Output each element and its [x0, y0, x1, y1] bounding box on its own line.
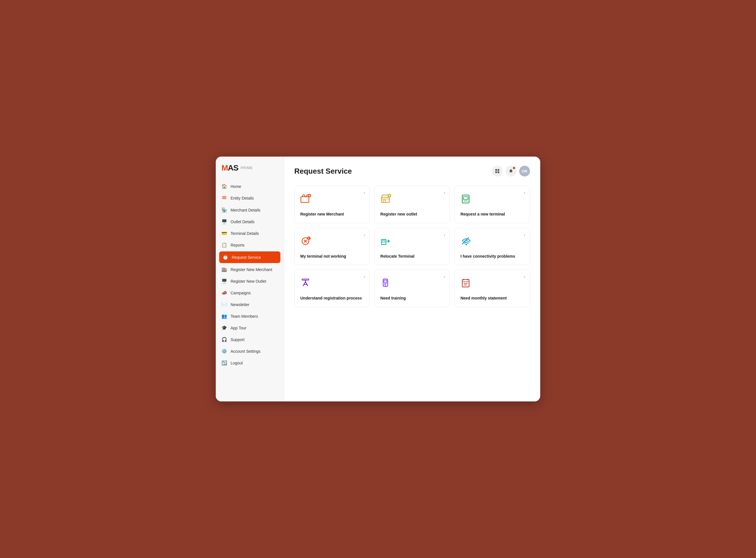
entity-details-icon [221, 195, 227, 201]
sidebar-item-label: Request Service [232, 255, 261, 260]
service-label: Need training [380, 296, 406, 301]
app-container: MAS PRIME 🏠 Home Entity Details 🏪 Mercha… [216, 157, 540, 401]
svg-rect-19 [383, 240, 385, 242]
service-card-register-new-merchant[interactable]: › Register new Merchant [294, 186, 370, 223]
sidebar-nav: 🏠 Home Entity Details 🏪 Merchant Details… [216, 180, 284, 369]
logout-icon: ↩️ [221, 360, 227, 365]
service-card-understand-registration[interactable]: › Understand registration process [294, 270, 370, 307]
support-icon: 🎧 [221, 337, 227, 342]
sidebar-item-home[interactable]: 🏠 Home [216, 180, 284, 192]
card-arrow-icon: › [444, 275, 445, 279]
service-label: My terminal not working [300, 254, 346, 259]
svg-rect-18 [382, 239, 386, 245]
sidebar-item-label: App Tour [231, 326, 246, 330]
sidebar-item-entity-details[interactable]: Entity Details [216, 192, 284, 204]
merchant-details-icon: 🏪 [221, 207, 227, 213]
notification-badge [513, 167, 515, 169]
sidebar-item-campaigns[interactable]: 📣 Campaigns [216, 287, 284, 299]
sidebar-item-app-tour[interactable]: 🎓 App Tour [216, 322, 284, 334]
sidebar-item-label: Home [231, 184, 241, 189]
request-service-icon: ⏱️ [223, 255, 228, 260]
logo-area: MAS PRIME [216, 163, 284, 180]
page-title: Request Service [294, 167, 352, 176]
notification-button[interactable] [505, 166, 516, 177]
grid-view-button[interactable] [492, 166, 503, 177]
logo: MAS [221, 163, 238, 173]
user-avatar-button[interactable]: OR [519, 166, 530, 177]
card-arrow-icon: › [524, 191, 525, 195]
sidebar-item-label: Reports [231, 243, 244, 247]
svg-point-25 [385, 285, 386, 286]
register-outlet-card-icon [380, 194, 392, 206]
request-terminal-card-icon [461, 194, 472, 206]
service-card-request-new-terminal[interactable]: › Request a new terminal [454, 186, 530, 223]
sidebar-item-label: Merchant Details [231, 208, 260, 212]
card-arrow-icon: › [444, 233, 445, 237]
sidebar-item-label: Register New Merchant [231, 267, 272, 272]
terminal-details-icon: 💳 [221, 231, 227, 236]
sidebar-item-terminal-details[interactable]: 💳 Terminal Details [216, 227, 284, 239]
home-icon: 🏠 [221, 184, 227, 189]
service-card-need-training[interactable]: › Need training [374, 270, 450, 307]
service-label: Need monthly statement [461, 296, 507, 301]
sidebar-item-request-service[interactable]: ⏱️ Request Service [219, 251, 280, 263]
service-card-terminal-not-working[interactable]: › My terminal not working [294, 228, 370, 265]
sidebar-item-support[interactable]: 🎧 Support [216, 334, 284, 345]
services-grid: › Register new Merchant › [294, 186, 530, 307]
newsletter-icon: ✉️ [221, 302, 227, 307]
svg-rect-3 [495, 169, 497, 171]
main-content: Request Service OR [284, 157, 540, 401]
sidebar-item-label: Newsletter [231, 302, 249, 307]
svg-rect-0 [222, 196, 226, 197]
card-arrow-icon: › [524, 233, 525, 237]
service-card-need-monthly-statement[interactable]: › Need monthly statement [454, 270, 530, 307]
register-merchant-card-icon [300, 194, 312, 206]
sidebar-item-label: Register New Outlet [231, 279, 266, 283]
card-arrow-icon: › [364, 233, 365, 237]
register-outlet-icon: 🖥️ [221, 278, 227, 284]
svg-rect-24 [384, 280, 387, 282]
card-arrow-icon: › [444, 191, 445, 195]
team-members-icon: 👥 [221, 313, 227, 319]
sidebar-item-outlet-details[interactable]: 🖥️ Outlet Details [216, 216, 284, 227]
sidebar-item-account-settings[interactable]: ⚙️ Account Settings [216, 345, 284, 357]
sidebar-item-label: Account Settings [231, 349, 260, 354]
svg-rect-1 [222, 197, 226, 198]
logo-prime: PRIME [240, 166, 253, 170]
svg-point-20 [465, 244, 467, 245]
top-actions: OR [492, 166, 530, 177]
bell-icon [509, 169, 513, 173]
svg-rect-22 [302, 279, 309, 280]
need-training-card-icon [380, 278, 392, 290]
service-card-relocate-terminal[interactable]: › Relocate Terminal [374, 228, 450, 265]
card-arrow-icon: › [364, 275, 365, 279]
outlet-details-icon: 🖥️ [221, 219, 227, 224]
sidebar-item-team-members[interactable]: 👥 Team Members [216, 310, 284, 322]
svg-rect-13 [463, 197, 468, 200]
sidebar-item-label: Logout [231, 361, 243, 365]
svg-rect-4 [498, 169, 499, 171]
app-tour-icon: 🎓 [221, 325, 227, 331]
reports-icon: 📋 [221, 242, 227, 248]
terminal-not-working-card-icon [300, 236, 312, 249]
relocate-terminal-card-icon [380, 236, 392, 249]
connectivity-card-icon [461, 236, 472, 249]
card-arrow-icon: › [364, 191, 365, 195]
campaigns-icon: 📣 [221, 290, 227, 296]
service-label: Relocate Terminal [380, 254, 414, 259]
service-card-connectivity-problems[interactable]: › I have connectivity problems [454, 228, 530, 265]
service-label: Understand registration process [300, 296, 362, 301]
svg-rect-7 [301, 197, 309, 202]
sidebar-item-merchant-details[interactable]: 🏪 Merchant Details [216, 204, 284, 216]
register-merchant-icon: 🏬 [221, 267, 227, 272]
sidebar-item-newsletter[interactable]: ✉️ Newsletter [216, 299, 284, 310]
sidebar-item-register-new-outlet[interactable]: 🖥️ Register New Outlet [216, 275, 284, 287]
service-card-register-new-outlet[interactable]: › Register new outlet [374, 186, 450, 223]
sidebar-item-logout[interactable]: ↩️ Logout [216, 357, 284, 369]
sidebar-item-register-new-merchant[interactable]: 🏬 Register New Merchant [216, 263, 284, 275]
sidebar-item-label: Entity Details [231, 196, 254, 200]
sidebar-item-label: Team Members [231, 314, 258, 319]
grid-icon [495, 169, 499, 173]
service-label: Request a new terminal [461, 211, 505, 217]
sidebar-item-reports[interactable]: 📋 Reports [216, 239, 284, 251]
